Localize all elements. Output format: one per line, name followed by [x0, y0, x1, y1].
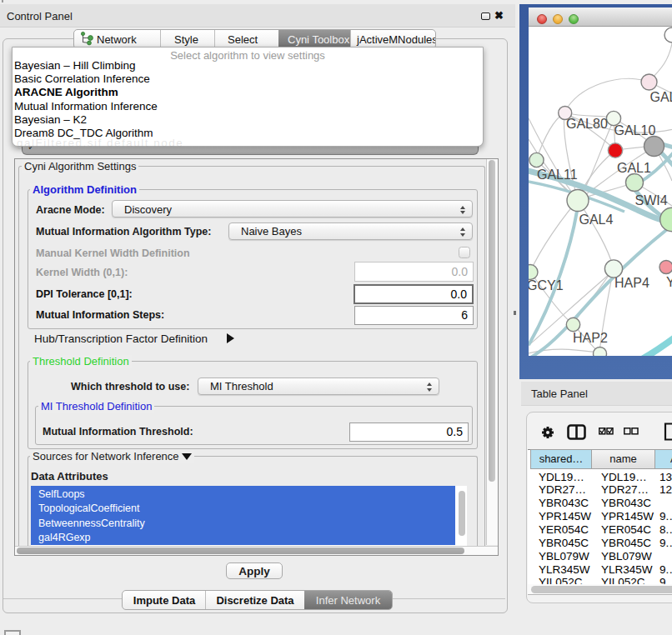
svg-text:GCY1: GCY1 [529, 278, 564, 292]
svg-text:HAP2: HAP2 [573, 331, 608, 345]
svg-text:GAL1: GAL1 [617, 161, 651, 175]
svg-text:HAP4: HAP4 [614, 276, 649, 290]
svg-text:GAL11: GAL11 [537, 168, 578, 182]
svg-text:GAL10: GAL10 [614, 123, 656, 138]
svg-text:GAL7: GAL7 [650, 90, 672, 104]
svg-text:YM: YM [666, 275, 672, 289]
svg-text:GAL4: GAL4 [579, 212, 614, 227]
svg-text:SWI4: SWI4 [635, 193, 668, 208]
svg-text:GAL80: GAL80 [566, 117, 608, 131]
